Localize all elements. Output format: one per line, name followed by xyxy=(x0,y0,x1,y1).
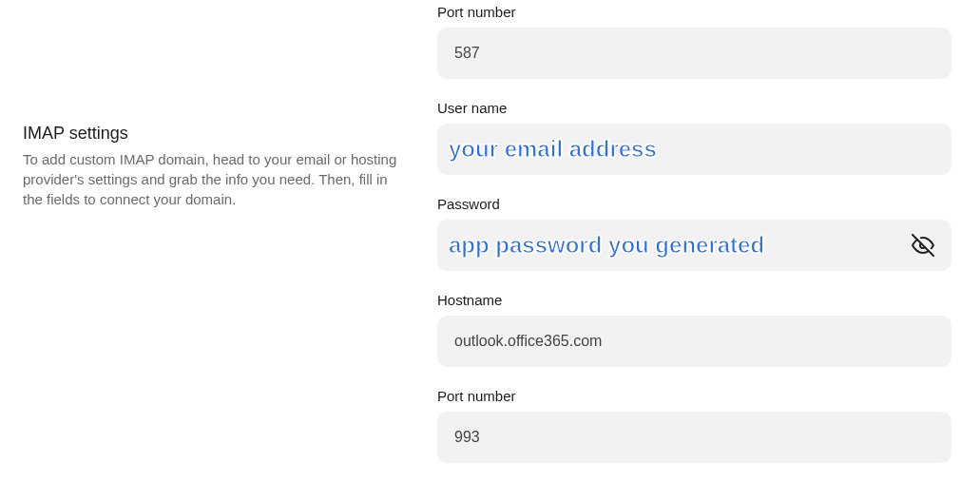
settings-description-panel: IMAP settings To add custom IMAP domain,… xyxy=(0,0,437,484)
section-title: IMAP settings xyxy=(23,124,399,144)
hostname-field-group: Hostname outlook.office365.com xyxy=(437,292,951,367)
settings-form: Port number 587 User name your email add… xyxy=(437,0,980,484)
password-field-group: Password app password you generated xyxy=(437,196,951,271)
port-number-2-label: Port number xyxy=(437,388,951,404)
username-field-group: User name your email address xyxy=(437,100,951,175)
username-label: User name xyxy=(437,100,951,116)
port-number-2-input[interactable]: 993 xyxy=(437,412,951,463)
toggle-password-visibility-icon[interactable] xyxy=(912,234,934,257)
username-input[interactable]: your email address xyxy=(437,124,951,175)
password-input[interactable]: app password you generated xyxy=(437,220,951,271)
port-number-value: 587 xyxy=(454,45,480,62)
port-number-field-group: Port number 587 xyxy=(437,4,951,79)
hostname-input[interactable]: outlook.office365.com xyxy=(437,316,951,367)
port-number-label: Port number xyxy=(437,4,951,20)
section-description: To add custom IMAP domain, head to your … xyxy=(23,149,399,209)
hostname-label: Hostname xyxy=(437,292,951,308)
hostname-value: outlook.office365.com xyxy=(454,333,602,350)
port-number-2-value: 993 xyxy=(454,429,480,446)
username-annotation-overlay: your email address xyxy=(449,136,657,163)
port-number-input[interactable]: 587 xyxy=(437,28,951,79)
port-number-2-field-group: Port number 993 xyxy=(437,388,951,463)
password-annotation-overlay: app password you generated xyxy=(449,232,764,259)
password-label: Password xyxy=(437,196,951,212)
